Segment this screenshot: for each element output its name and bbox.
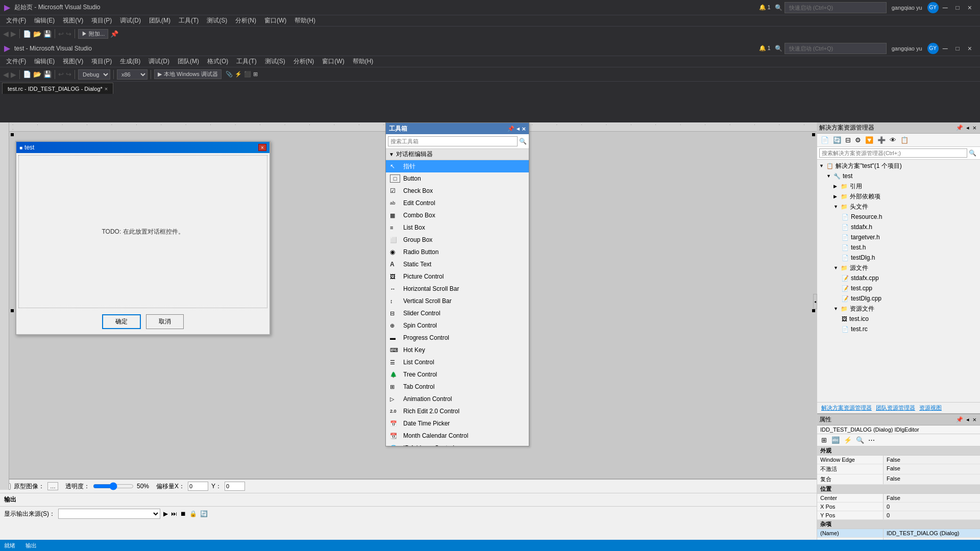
menu-debug-1[interactable]: 调试(D) [116,15,145,26]
menu-analyze-2[interactable]: 分析(N) [289,56,318,67]
dialog-titlebar[interactable]: ■ test × [16,142,270,153]
source-btn-2[interactable]: ⏭ [171,510,177,517]
toolbox-item-richedit[interactable]: 2.0 Rich Edit 2.0 Control [386,405,529,417]
toolbox-item-tab[interactable]: ⊞ Tab Control [386,381,529,393]
tb-forward-1[interactable]: ▶ [11,30,16,38]
toolbox-item-list[interactable]: ☰ List Control [386,356,529,368]
toolbox-item-button[interactable]: □ Button [386,172,529,185]
tb-open-1[interactable]: 📂 [33,30,41,38]
tree-item-external[interactable]: ▶ 📁 外部依赖项 [817,191,980,202]
tb-redo-1[interactable]: ↪ [66,30,71,38]
menu-analyze-1[interactable]: 分析(N) [231,15,260,26]
vs-avatar-1[interactable]: GY [927,2,939,13]
dialog-cancel-button[interactable]: 取消 [146,314,184,329]
props-row-composite[interactable]: 复合 False [817,474,980,485]
vs-avatar-2[interactable]: GY [927,43,939,54]
sol-tb-newfile[interactable]: ➕ [876,136,887,144]
toolbox-item-pointer[interactable]: ↖ 指针 [386,160,529,172]
solution-explorer-tab[interactable]: 解决方案资源管理器 [819,404,874,412]
vs-notification-1[interactable]: 🔔 1 [759,4,771,11]
tree-item-stdafx-cpp[interactable]: 📝 stdafx.cpp [817,273,980,283]
tb-new-2[interactable]: 📄 [23,70,31,78]
solution-panel-unpin[interactable]: ◂ [965,124,971,131]
restore-btn-1[interactable]: □ [952,4,964,11]
menu-edit-2[interactable]: 编辑(E) [30,56,59,67]
toolbox-item-picture[interactable]: 🖼 Picture Control [386,270,529,283]
toolbox-item-combobox[interactable]: ▦ Combo Box [386,209,529,221]
toolbox-item-radio[interactable]: ◉ Radio Button [386,246,529,258]
menu-view-1[interactable]: 视图(V) [59,15,87,26]
toolbox-item-hscroll[interactable]: ↔ Horizontal Scroll Bar [386,283,529,295]
menu-edit-1[interactable]: 编辑(E) [30,15,59,26]
menu-build-2[interactable]: 生成(B) [116,56,144,67]
menu-format-2[interactable]: 格式(O) [203,56,232,67]
tree-item-test-rc[interactable]: 📄 test.rc [817,324,980,334]
left-collapse-arrow[interactable]: ◂ [813,294,817,309]
tree-item-headers[interactable]: ▼ 📁 头文件 [817,202,980,212]
sol-tb-collapse[interactable]: ⊟ [844,136,852,144]
toolbox-item-checkbox[interactable]: ☑ Check Box [386,185,529,197]
menu-test-2[interactable]: 测试(S) [261,56,289,67]
tb-new-1[interactable]: 📄 [23,30,31,38]
toolbox-close-btn[interactable]: × [522,125,526,133]
toolbox-item-datetime[interactable]: 📅 Date Time Picker [386,417,529,430]
tb-run[interactable]: ▶ 本地 Windows 调试器 [154,69,222,79]
opacity-slider[interactable] [93,482,134,490]
props-unpin[interactable]: ◂ [965,416,971,423]
menu-file-1[interactable]: 文件(F) [2,15,30,26]
menu-file-2[interactable]: 文件(F) [2,56,30,67]
restore-btn-2[interactable]: □ [952,45,964,52]
prototype-browse-btn[interactable]: … [47,482,58,490]
toolbox-item-static[interactable]: A Static Text [386,258,529,270]
toolbox-category-header[interactable]: ▼ 对话框编辑器 [386,149,529,160]
tb-open-2[interactable]: 📂 [33,70,41,78]
source-btn-4[interactable]: 🔒 [189,510,197,517]
sol-tb-refresh[interactable]: 🔄 [831,136,843,144]
minimize-btn-1[interactable]: ─ [939,4,952,12]
toolbox-item-groupbox[interactable]: ⬜ Group Box [386,234,529,246]
dialog-window[interactable]: ■ test × TODO: 在此放置对话框控件。 确定 取消 [15,141,271,335]
editor-tab[interactable]: test.rc - IDD_TEST_DIALOG - Dialog* × [2,83,113,94]
toolbox-item-tree[interactable]: 🌲 Tree Control [386,368,529,381]
props-row-ypos[interactable]: Y Pos 0 [817,511,980,520]
vs-search-1[interactable] [785,2,887,13]
source-btn-1[interactable]: ▶ [163,510,168,517]
dialog-body[interactable]: TODO: 在此放置对话框控件。 [18,155,267,308]
props-search[interactable]: 🔍 [854,436,866,444]
toolbox-item-progress[interactable]: ▬ Progress Control [386,332,529,344]
tree-item-test-project[interactable]: ▼ 🔧 test [817,171,980,181]
props-more[interactable]: ⋯ [867,436,876,444]
menu-project-1[interactable]: 项目(P) [87,15,116,26]
toolbox-item-monthcal[interactable]: 📆 Month Calendar Control [386,430,529,442]
sol-tb-properties[interactable]: ⚙ [853,136,863,144]
props-row-center[interactable]: Center False [817,494,980,503]
dialog-ok-button[interactable]: 确定 [102,314,141,329]
props-row-inactive[interactable]: 不激活 False [817,464,980,474]
tb-breakpoints-2[interactable]: ⬛ [244,71,251,78]
platform-select[interactable]: x86 [117,69,148,80]
solution-panel-close[interactable]: × [971,124,978,132]
props-close[interactable]: × [971,416,978,423]
toolbox-item-slider[interactable]: ⊟ Slider Control [386,307,529,319]
solution-panel-pin[interactable]: 📌 [954,124,965,131]
tree-item-stdafx-h[interactable]: 📄 stdafx.h [817,222,980,232]
close-btn-1[interactable]: × [964,4,976,12]
toolbox-pin-btn[interactable]: 📌 [507,126,514,132]
offset-y-input[interactable] [225,482,245,491]
close-btn-2[interactable]: × [964,44,976,53]
menu-window-1[interactable]: 窗口(W) [260,15,290,26]
dialog-close-btn[interactable]: × [258,144,266,151]
vs-search-2[interactable] [785,43,887,54]
toolbox-item-vscroll[interactable]: ↕ Vertical Scroll Bar [386,295,529,307]
tree-item-resource-h[interactable]: 📄 Resource.h [817,212,980,222]
tab-close-icon[interactable]: × [105,86,108,92]
source-btn-3[interactable]: ⏹ [180,510,186,517]
toolbox-search-input[interactable] [388,136,518,146]
toolbox-item-ipaddress[interactable]: 🌐 IP Address Control [386,442,529,446]
tb-forward-2[interactable]: ▶ [11,70,16,79]
tree-item-test-cpp[interactable]: 📝 test.cpp [817,283,980,293]
toolbox-item-hotkey[interactable]: ⌨ Hot Key [386,344,529,356]
menu-project-2[interactable]: 项目(P) [87,56,116,67]
tb-redo-2[interactable]: ↪ [66,70,71,78]
props-pin[interactable]: 📌 [954,416,965,423]
